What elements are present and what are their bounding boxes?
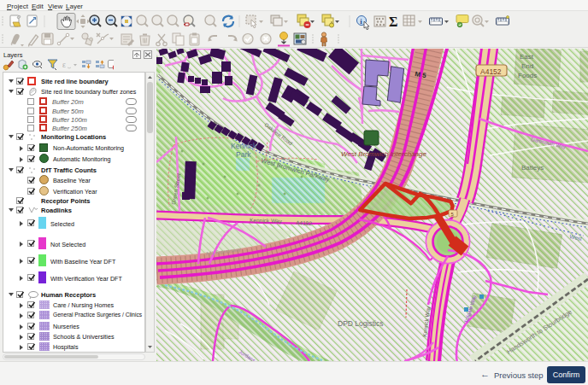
svg-text:Kennick: Kennick: [231, 142, 257, 150]
svg-text:Σ: Σ: [389, 15, 397, 29]
svg-text:Foods: Foods: [518, 72, 537, 79]
svg-text:Park: Park: [236, 150, 251, 159]
svg-text:DPD Logistics: DPD Logistics: [338, 319, 383, 328]
svg-text:ε: ε: [62, 61, 66, 69]
svg-text:A4182: A4182: [296, 219, 313, 226]
svg-text:Batleys: Batleys: [521, 164, 544, 172]
svg-text:End: End: [521, 62, 533, 70]
svg-text:East: East: [520, 53, 534, 61]
svg-text:A4152: A4152: [480, 67, 502, 76]
svg-text:West Bromwich Interchange: West Bromwich Interchange: [341, 150, 426, 158]
